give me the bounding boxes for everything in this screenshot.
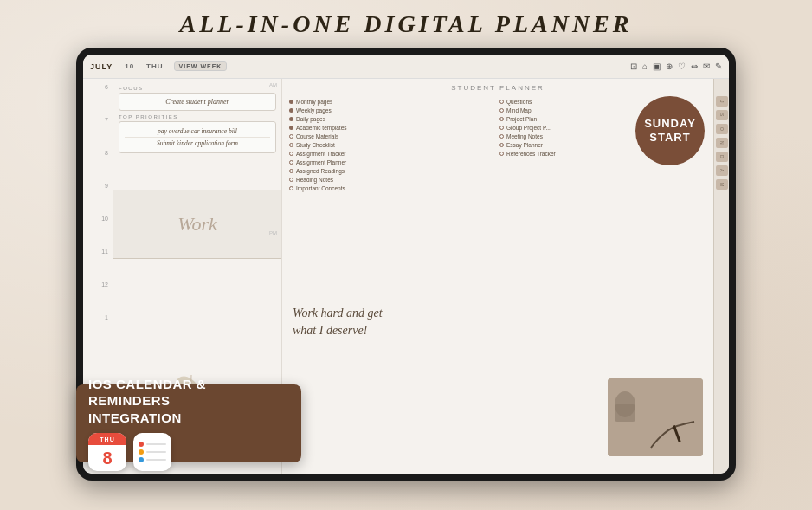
rline-3	[146, 459, 166, 461]
right-tab-strip: J S O N D A M	[713, 79, 729, 474]
student-planner-section: STUDENT PLANNER SUNDAY START Monthly pag…	[282, 79, 713, 474]
tab-s[interactable]: S	[716, 110, 728, 120]
bullet-academic	[289, 126, 293, 130]
reminder-row-3	[139, 457, 166, 462]
ios-app-icons: THU 8	[88, 433, 171, 471]
student-col-1: Monthly pages Weekly pages Daily pages	[289, 97, 496, 192]
link-icon[interactable]: ⇔	[691, 61, 698, 71]
ios-badge-title-line2: INTEGRATION	[88, 410, 182, 427]
day-num: 10	[125, 62, 134, 70]
bullet-course	[289, 134, 293, 139]
tab-o[interactable]: O	[716, 124, 728, 134]
work-time-block: Work	[113, 190, 281, 259]
priorities-box: pay overdue car insurance bill Submit ki…	[119, 121, 276, 153]
priorities-section: TOP PRIORITIES pay overdue car insurance…	[119, 114, 276, 153]
pm-marker: PM	[269, 230, 277, 236]
motive-line1: Work hard and get	[293, 305, 706, 322]
reminder-row-1	[139, 442, 166, 447]
student-item-concepts: Important Concepts	[289, 184, 496, 192]
title-text: ALL-IN-ONE DIGITAL PLANNER	[180, 10, 633, 37]
time-9: 9	[83, 181, 113, 214]
focus-section: FOCUS Create student planner	[119, 86, 276, 111]
am-marker: AM	[269, 82, 277, 87]
motivational-text: Work hard and get what I deserve!	[293, 305, 706, 339]
student-item-assignment-tracker: Assignment Tracker	[289, 149, 496, 158]
bullet-meeting	[499, 134, 504, 139]
toolbar-icons: ⊡ ⌂ ▣ ⊕ ♡ ⇔ ✉ ✎	[630, 61, 722, 71]
share-icon[interactable]: ⊡	[630, 61, 637, 71]
student-item-daily: Daily pages	[289, 114, 496, 123]
student-item-monthly: Monthly pages	[289, 97, 496, 106]
tab-m[interactable]: M	[716, 179, 728, 190]
sunday-start-badge: SUNDAY START	[635, 96, 705, 165]
bullet-daily	[289, 117, 293, 121]
edit-icon[interactable]: ✎	[715, 61, 722, 71]
student-item-readings: Assigned Readings	[289, 166, 496, 175]
svg-rect-7	[615, 404, 635, 422]
focus-task: Create student planner	[165, 98, 229, 106]
tab-d[interactable]: D	[716, 152, 728, 162]
time-8: 8	[83, 148, 113, 181]
dot-orange	[139, 449, 144, 455]
student-planner-title: STUDENT PLANNER	[289, 84, 706, 92]
ios-calendar-icon: THU 8	[88, 433, 126, 471]
bullet-readings	[289, 169, 293, 173]
work-label: Work	[177, 213, 217, 236]
bullet-assign-track	[289, 152, 293, 156]
bullet-study	[289, 143, 293, 147]
bullet-references	[499, 152, 504, 156]
time-7: 7	[83, 115, 113, 148]
page-title: ALL-IN-ONE DIGITAL PLANNER	[0, 10, 812, 38]
bullet-reading-notes	[289, 178, 293, 182]
dot-red	[139, 442, 144, 447]
tab-j[interactable]: J	[716, 96, 728, 107]
time-10: 10	[83, 214, 113, 247]
day-name: THU	[146, 62, 163, 70]
view-week-button[interactable]: VIEW WEEK	[174, 61, 228, 71]
mail-icon[interactable]: ✉	[703, 61, 710, 71]
cal-day-name: THU	[88, 433, 126, 445]
bullet-group-project	[499, 126, 504, 130]
dot-blue	[139, 457, 144, 462]
ios-integration-badge: IOS CALENDAR & REMINDERS INTEGRATION THU…	[76, 384, 301, 462]
study-photo	[608, 378, 703, 456]
photo-svg	[608, 378, 703, 456]
cal-day-num: 8	[88, 445, 126, 471]
time-12: 12	[83, 280, 113, 313]
tab-n[interactable]: N	[716, 138, 728, 148]
month-label: JULY	[90, 62, 113, 71]
bullet-assign-plan	[289, 160, 293, 165]
sunday-label: SUNDAY	[644, 117, 696, 131]
bullet-questions	[499, 100, 504, 104]
priority-1: pay overdue car insurance bill	[125, 126, 270, 138]
priority-2: Submit kinder application form	[125, 138, 270, 149]
student-item-academic: Academic templates	[289, 123, 496, 132]
bullet-project-plan	[499, 117, 504, 121]
page-icon[interactable]: ▣	[653, 61, 661, 71]
home-icon[interactable]: ⌂	[642, 61, 648, 71]
reminder-row-2	[139, 449, 166, 455]
priorities-label: TOP PRIORITIES	[119, 114, 276, 119]
student-item-study: Study Checklist	[289, 140, 496, 149]
tab-a[interactable]: A	[716, 165, 728, 176]
bullet-mindmap	[499, 108, 504, 113]
rline-2	[146, 451, 166, 453]
bullet-weekly	[289, 108, 293, 113]
bullet-monthly	[289, 100, 293, 104]
bullet-essay	[499, 143, 504, 147]
time-11: 11	[83, 247, 113, 280]
settings-icon[interactable]: ⊕	[666, 61, 673, 71]
student-item-reading-notes: Reading Notes	[289, 175, 496, 184]
time-6: 6	[83, 82, 113, 115]
start-label: START	[649, 131, 690, 145]
ios-badge-title-line1: IOS CALENDAR & REMINDERS	[88, 376, 289, 410]
date-display: JULY 10 THU VIEW WEEK	[90, 61, 227, 71]
bullet-concepts	[289, 186, 293, 190]
heart-icon[interactable]: ♡	[678, 61, 686, 71]
student-item-course: Course Materials	[289, 132, 496, 140]
time-1: 1	[83, 313, 113, 345]
top-bar: JULY 10 THU VIEW WEEK ⊡ ⌂ ▣ ⊕ ♡ ⇔ ✉ ✎	[83, 55, 729, 79]
focus-label: FOCUS	[119, 86, 276, 91]
student-item-weekly: Weekly pages	[289, 106, 496, 114]
student-item-assignment-planner: Assignment Planner	[289, 158, 496, 166]
